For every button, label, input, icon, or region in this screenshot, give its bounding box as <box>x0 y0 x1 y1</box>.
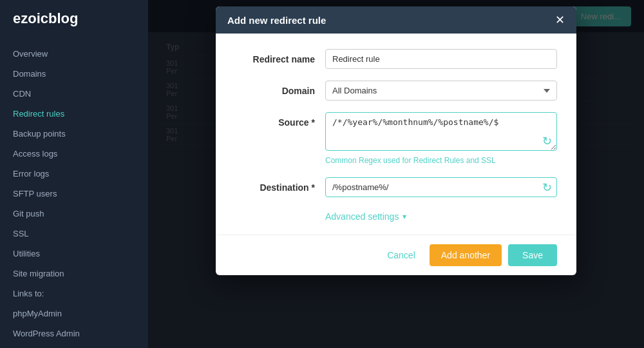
modal-close-button[interactable]: ✕ <box>555 14 565 26</box>
sidebar-item-ssl[interactable]: SSL <box>0 224 148 244</box>
sidebar-logo: ezoicblog <box>0 0 148 37</box>
domain-select[interactable]: All Domains <box>325 81 557 101</box>
redirect-name-wrap <box>325 49 557 69</box>
sidebar-item-phpmyadmin[interactable]: phpMyAdmin <box>0 304 148 324</box>
sidebar-item-links-to: Links to: <box>0 284 148 304</box>
source-textarea[interactable]: /*/%year%/%monthnum%/%postname%/$ <box>325 112 557 151</box>
sidebar-nav: Overview Domains CDN Redirect rules Back… <box>0 37 148 348</box>
sidebar-item-sftp-users[interactable]: SFTP users <box>0 184 148 204</box>
domain-wrap: All Domains <box>325 81 557 101</box>
sidebar-item-wordpress-admin[interactable]: WordPress Admin <box>0 324 148 343</box>
modal-title: Add new redirect rule <box>227 15 326 26</box>
form-row-advanced: Advanced settings ▾ <box>235 209 557 222</box>
chevron-down-icon: ▾ <box>402 212 406 221</box>
sidebar-item-utilities[interactable]: Utilities <box>0 244 148 264</box>
destination-input[interactable] <box>325 177 557 197</box>
sidebar-item-redirect-rules[interactable]: Redirect rules <box>0 104 148 124</box>
sidebar-item-cdn[interactable]: CDN <box>0 84 148 104</box>
destination-input-wrap: ↻ <box>325 177 557 197</box>
domain-label: Domain <box>235 81 325 96</box>
add-redirect-modal: Add new redirect rule ✕ Redirect name Do… <box>216 6 576 275</box>
sidebar-item-overview[interactable]: Overview <box>0 44 148 64</box>
modal-footer: Cancel Add another Save <box>216 235 576 275</box>
form-row-domain: Domain All Domains <box>235 81 557 101</box>
source-wrap: /*/%year%/%monthnum%/%postname%/$ ↻ Comm… <box>325 112 557 166</box>
sidebar-item-git-push[interactable]: Git push <box>0 204 148 224</box>
redirect-name-input[interactable] <box>325 49 557 69</box>
destination-label: Destination * <box>235 177 325 193</box>
source-label: Source * <box>235 112 325 128</box>
source-refresh-icon[interactable]: ↻ <box>542 134 552 148</box>
source-textarea-wrap: /*/%year%/%monthnum%/%postname%/$ ↻ <box>325 112 557 153</box>
sidebar: ezoicblog Overview Domains CDN Redirect … <box>0 0 148 348</box>
sidebar-item-domains[interactable]: Domains <box>0 64 148 84</box>
main-content: New redi... Typ 301Per ezoic.com 301Per … <box>148 0 644 348</box>
sidebar-item-error-logs[interactable]: Error logs <box>0 164 148 184</box>
form-row-redirect-name: Redirect name <box>235 49 557 69</box>
form-row-source: Source * /*/%year%/%monthnum%/%postname%… <box>235 112 557 166</box>
destination-wrap: ↻ <box>325 177 557 197</box>
sidebar-item-backup-points[interactable]: Backup points <box>0 124 148 144</box>
advanced-settings-toggle[interactable]: Advanced settings ▾ <box>325 211 406 222</box>
form-row-destination: Destination * ↻ <box>235 177 557 197</box>
modal-overlay: Add new redirect rule ✕ Redirect name Do… <box>148 0 644 348</box>
sidebar-item-access-logs[interactable]: Access logs <box>0 144 148 164</box>
modal-header: Add new redirect rule ✕ <box>216 6 576 34</box>
advanced-settings-label: Advanced settings <box>325 211 399 222</box>
add-another-button[interactable]: Add another <box>430 244 502 266</box>
destination-refresh-icon[interactable]: ↻ <box>542 180 552 195</box>
cancel-button[interactable]: Cancel <box>379 245 423 266</box>
redirect-name-label: Redirect name <box>235 49 325 64</box>
sidebar-item-site-migration[interactable]: Site migration <box>0 264 148 284</box>
save-button[interactable]: Save <box>508 244 557 266</box>
regex-link[interactable]: Common Regex used for Redirect Rules and… <box>325 156 496 165</box>
modal-body: Redirect name Domain All Domains <box>216 34 576 235</box>
